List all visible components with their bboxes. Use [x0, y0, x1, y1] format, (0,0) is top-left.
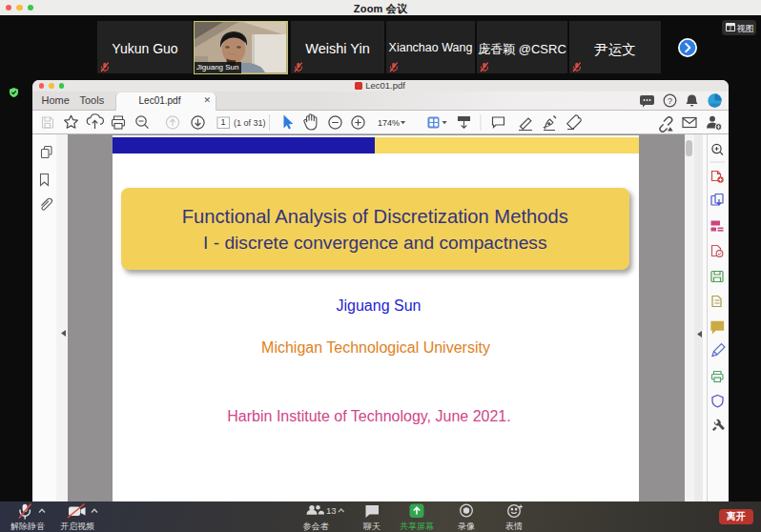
svg-text:1: 1 [220, 117, 225, 127]
svg-text:174%: 174% [378, 118, 400, 128]
svg-text:?: ? [667, 96, 671, 106]
svg-text:(1 of 31): (1 of 31) [234, 118, 266, 128]
svg-text:13: 13 [326, 505, 337, 516]
